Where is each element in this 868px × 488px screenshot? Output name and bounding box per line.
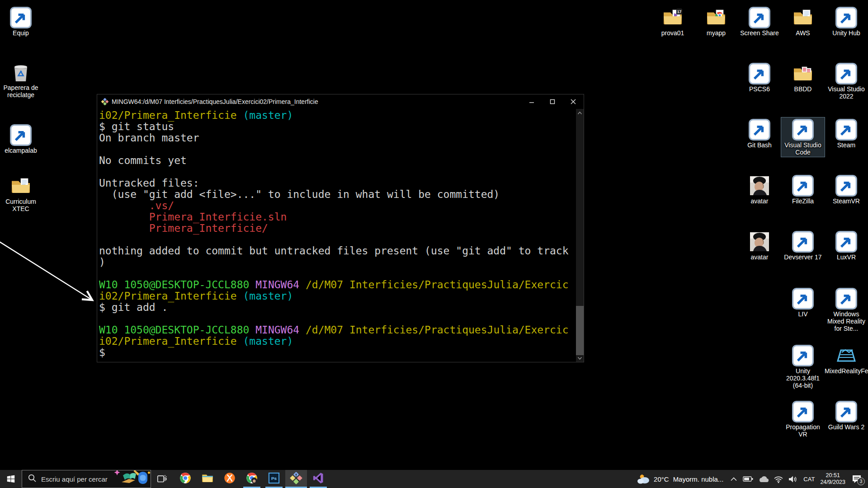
scroll-up-icon[interactable] [576,109,584,117]
taskbar-app-photoshop[interactable]: Ps [263,470,285,488]
clock[interactable]: 20:51 24/9/2023 [820,472,845,486]
terminal-line: W10 1050@DESKTOP-JCCL880 MINGW64 /d/M07 … [99,324,576,336]
volume-icon[interactable] [788,475,798,483]
steam-icon [835,119,857,141]
desktop-icon-prova01[interactable]: 17prova01 [651,5,694,38]
desktop-icon-avatar[interactable]: avatar [738,230,781,262]
desktop-icon-luxvr[interactable]: LuxVR [825,230,868,262]
visual-studio-icon [312,472,325,486]
liv-icon: LIV [792,288,814,310]
language-indicator[interactable]: CAT [803,476,815,483]
desktop-icon-curriculum-xtec[interactable]: Curriculum XTEC [0,174,42,213]
desktop-icon-guild-wars-2[interactable]: 2Guild Wars 2 [825,399,868,432]
desktop-icon-label: Steam [825,141,868,149]
desktop-icon-paperera-de-reciclatge[interactable]: Paperera de reciclatge [0,60,42,99]
taskbar-app-git-bash[interactable] [285,470,307,488]
terminal-line: (use "git add <file>..." to include in w… [99,189,576,200]
desktop-icon-windows-mixed-reality-for-ste[interactable]: Windows Mixed Reality for Ste... [825,286,868,333]
desktop-icon-elcampalab[interactable]: elcampalab [0,123,42,155]
desktop-icon-label: Screen Share [738,29,781,37]
desktop-icon-devserver-17[interactable]: Devserver 17 [781,230,825,262]
terminal-line [99,313,576,324]
minimize-button[interactable] [521,94,542,109]
desktop-icon-visual-studio-2022[interactable]: Visual Studio 2022 [825,61,868,101]
desktop-icon-steamvr[interactable]: VRSteamVR [825,174,868,206]
clock-date: 24/9/2023 [820,479,845,486]
svg-text:Ps: Ps [271,476,277,481]
mixedrealityfe-icon [835,345,857,366]
desktop-icon-equip[interactable]: Equip [0,5,42,38]
search-input[interactable]: Escriu aquí per cercar [22,470,151,488]
weather-icon[interactable] [637,473,651,485]
terminal-line: Untracked files: [99,178,576,189]
unity-2020-3-48f1-64-bit-icon [792,345,814,366]
start-button[interactable] [0,470,22,488]
onedrive-cloud-icon[interactable] [758,476,769,483]
guild-wars-2-icon: 2 [835,401,857,422]
visual-studio-2022-icon [835,63,857,84]
screen-share-icon [749,7,770,28]
desktop-icon-avatar[interactable]: avatar [738,174,781,206]
terminal-line: nothing added to commit but untracked fi… [99,245,576,257]
desktop-icon-myapp[interactable]: myapp [694,5,738,38]
desktop-icon-mixedrealityfe[interactable]: MixedRealityFe... [825,343,868,375]
desktop-icon-git-bash[interactable]: Git Bash [738,117,781,150]
prova01-icon: 17 [662,7,684,28]
terminal-line [99,268,576,279]
desktop-icon-screen-share[interactable]: Screen Share [738,5,781,38]
desktop-icon-steam[interactable]: Steam [825,117,868,150]
myapp-icon [705,7,727,28]
terminal-scrollbar[interactable] [576,109,584,362]
taskbar-app-file-explorer[interactable] [197,470,218,488]
scrollbar-thumb[interactable] [576,306,584,355]
paperera-de-reciclatge-icon [10,61,32,83]
terminal-line: i02/Primera_Interficie (master) [99,336,576,347]
close-button[interactable] [563,94,584,109]
desktop-icon-label: Paperera de reciclatge [0,84,42,99]
terminal-output[interactable]: i02/Primera_Interficie (master)$ git sta… [97,109,576,362]
desktop-icon-visual-studio-code[interactable]: Visual Studio Code [781,117,825,157]
terminal-line: $ git add . [99,302,576,313]
system-tray: 20°C Mayorm. nubla... CAT 20:51 24/9/202… [637,470,868,488]
taskbar-app-xampp[interactable] [219,470,241,488]
desktop-icon-unity-hub[interactable]: Unity Hub [825,5,868,38]
taskbar-app-chrome[interactable] [175,470,196,488]
desktop-icon-label: Propagation VR [781,423,825,438]
unity-hub-icon [835,7,857,28]
scroll-down-icon[interactable] [576,354,584,362]
terminal-line: i02/Primera_Interficie (master) [99,291,576,302]
terminal-titlebar[interactable]: MINGW64:/d/M07 Interficies/PractiquesJul… [97,94,584,109]
task-view-button[interactable] [151,470,173,488]
desktop-icon-propagation-vr[interactable]: PPropagation VR [781,399,825,439]
desktop-icon-label: PSCS6 [738,85,781,93]
tray-expand-icon[interactable] [731,477,737,481]
desktop-icon-filezilla[interactable]: FzFileZilla [781,174,825,206]
desktop-icon-label: FileZilla [781,197,825,205]
search-placeholder: Escriu aquí per cercar [41,475,108,483]
xampp-icon [223,472,236,486]
tray-weather-text[interactable]: Mayorm. nubla... [673,475,724,483]
search-icon [28,474,37,484]
terminal-line: No commits yet [99,155,576,166]
taskbar-app-chrome-profile[interactable] [241,470,263,488]
equip-icon [10,7,32,28]
desktop-icon-label: MixedRealityFe... [825,367,868,375]
maximize-button[interactable] [542,94,563,109]
desktop-icon-unity-2020-3-48f1-64-bit[interactable]: Unity 2020.3.48f1 (64-bit) [781,343,825,390]
desktop-icon-liv[interactable]: LIVLIV [781,286,825,319]
desktop-icon-pscs6[interactable]: PsPSCS6 [738,61,781,94]
tray-temperature[interactable]: 20°C [654,475,669,483]
terminal-line [99,144,576,155]
desktop-icon-bbdd[interactable]: BBDD [781,61,825,94]
action-center-icon[interactable]: 3 [852,474,862,483]
file-explorer-icon [201,472,214,486]
taskbar-app-visual-studio[interactable] [307,470,329,488]
terminal-line: On branch master [99,132,576,144]
desktop-icon-label: Curriculum XTEC [0,198,42,212]
terminal-line [99,234,576,245]
battery-icon[interactable] [743,476,754,482]
wifi-icon[interactable] [774,475,783,483]
svg-text:17: 17 [677,9,682,14]
desktop-icon-label: Equip [0,29,42,37]
desktop-icon-aws[interactable]: AWS [781,5,825,38]
